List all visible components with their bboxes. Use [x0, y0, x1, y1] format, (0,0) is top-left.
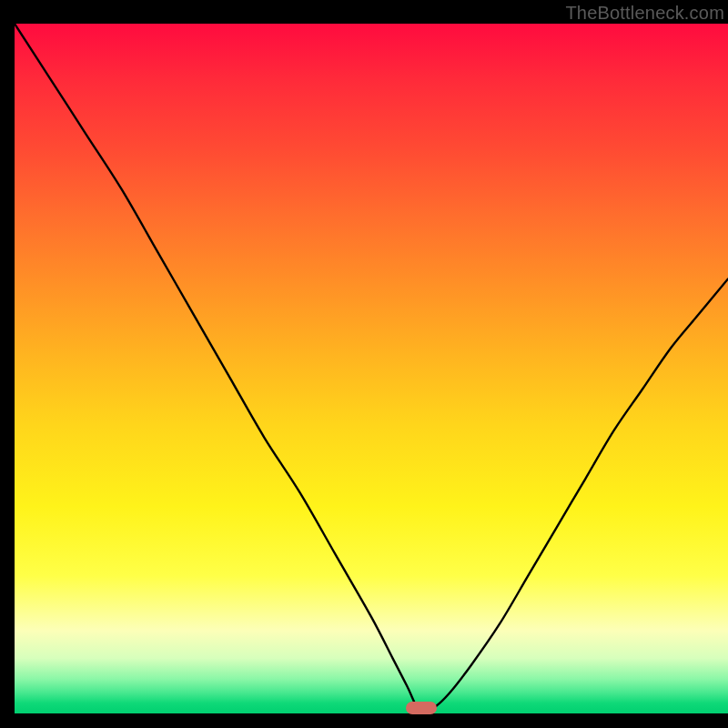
watermark-text: TheBottleneck.com [565, 2, 724, 24]
curve-layer [15, 24, 728, 713]
plot-area [15, 24, 728, 713]
bottleneck-curve [15, 24, 728, 713]
chart-frame: TheBottleneck.com [0, 0, 728, 728]
optimum-marker-icon [406, 702, 437, 714]
plot-wrap: TheBottleneck.com [15, 0, 728, 713]
